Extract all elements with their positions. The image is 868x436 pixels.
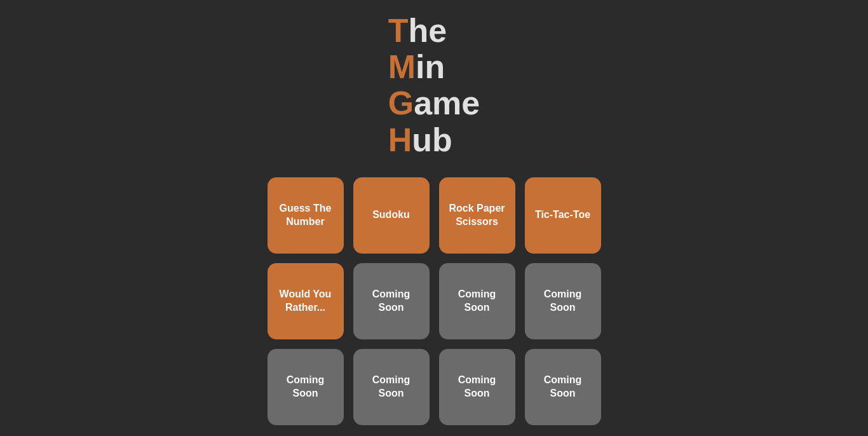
rock-paper-scissors-tile[interactable]: Rock Paper Scissors: [439, 177, 515, 254]
coming-soon-5-tile: Coming Soon: [353, 349, 430, 425]
games-grid: Guess The NumberSudokuRock Paper Scissor…: [268, 177, 601, 425]
guess-the-number-tile[interactable]: Guess The Number: [268, 177, 344, 254]
logo-accent-letter: T: [388, 13, 409, 49]
logo-accent-letter: G: [388, 85, 414, 121]
coming-soon-1-tile: Coming Soon: [353, 263, 430, 339]
logo-rest-text: ame: [414, 85, 480, 121]
coming-soon-4-tile: Coming Soon: [268, 349, 344, 425]
coming-soon-3-tile: Coming Soon: [525, 263, 601, 339]
sudoku-tile[interactable]: Sudoku: [353, 177, 430, 254]
coming-soon-6-tile: Coming Soon: [439, 349, 515, 425]
logo: TheMinGameHub: [388, 13, 480, 158]
would-you-rather-tile[interactable]: Would You Rather...: [268, 263, 344, 339]
logo-rest-text: he: [409, 13, 447, 49]
logo-rest-text: in: [416, 49, 445, 85]
coming-soon-2-tile: Coming Soon: [439, 263, 515, 339]
logo-accent-letter: H: [388, 122, 412, 158]
tic-tac-toe-tile[interactable]: Tic-Tac-Toe: [525, 177, 601, 254]
coming-soon-7-tile: Coming Soon: [525, 349, 601, 425]
logo-accent-letter: M: [388, 49, 416, 85]
logo-rest-text: ub: [412, 122, 452, 158]
